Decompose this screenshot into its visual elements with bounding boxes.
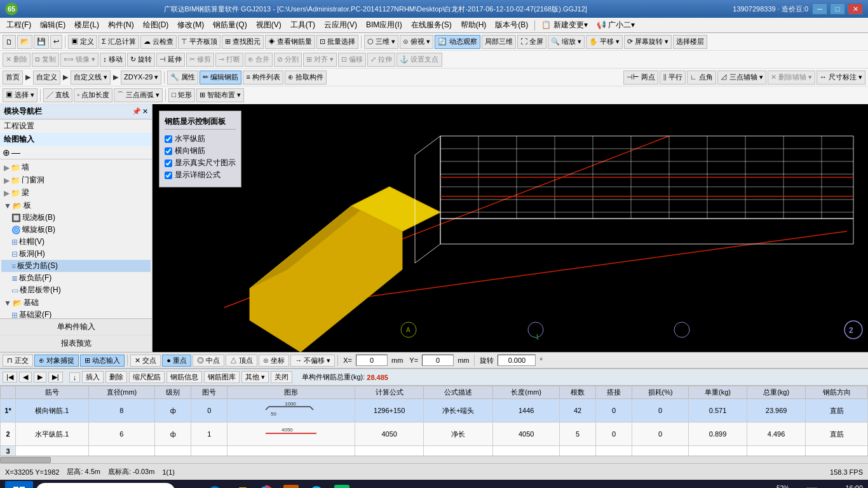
tree-item-jichuliangf[interactable]: ⊞ 基础梁(F): [1, 309, 151, 318]
tb-break[interactable]: ⊸ 打断: [215, 53, 243, 67]
taskbar-app-wechat[interactable]: 微: [330, 481, 353, 488]
checkbox-transverse-rebar-input[interactable]: [165, 147, 172, 155]
checkbox-horizontal-rebar[interactable]: 水平纵筋: [165, 133, 236, 144]
tb-align[interactable]: ⊞ 对齐 ▾: [303, 53, 337, 67]
maximize-button[interactable]: □: [830, 3, 845, 15]
tb-zoom[interactable]: 🔍 缩放 ▾: [548, 35, 585, 49]
checkbox-show-formula-input[interactable]: [165, 172, 172, 179]
tb-undo[interactable]: ↩: [50, 35, 62, 49]
rebar-btn-insert[interactable]: 插入: [82, 371, 104, 383]
tb-select-floor[interactable]: 选择楼层: [673, 35, 707, 49]
tb-point-length[interactable]: ◦ 点加长度: [74, 88, 112, 102]
rebar-row-1[interactable]: 1* 横向钢筋.1 8 ф 0 50 1000 1296+: [1, 399, 868, 423]
menu-banbenhao[interactable]: 版本号(B): [491, 18, 532, 32]
snap-coords[interactable]: ⊙ 坐标: [259, 355, 289, 367]
tb-custom-line[interactable]: 自定义线 ▾: [71, 71, 111, 85]
tb-3d[interactable]: ⬡ 三维 ▾: [364, 35, 398, 49]
menu-bianji[interactable]: 编辑(E): [36, 18, 69, 32]
tb-find[interactable]: ⊞ 查找图元: [222, 35, 264, 49]
tb-fullscreen[interactable]: ⛶ 全屏: [517, 35, 546, 49]
tb-two-point[interactable]: ⊣⊢ 两点: [623, 71, 658, 85]
start-button[interactable]: [5, 481, 33, 488]
tb-top-view[interactable]: ⊙ 俯视 ▾: [400, 35, 433, 49]
snap-object-capture[interactable]: ⊕ 对象捕捉: [34, 355, 79, 367]
sidebar-btn-single-input[interactable]: 单构件输入: [0, 319, 152, 336]
x-input[interactable]: [356, 355, 388, 366]
taskbar-app-ggj[interactable]: G: [280, 481, 302, 488]
sidebar-btn-report[interactable]: 报表预览: [0, 336, 152, 352]
tree-group-door-header[interactable]: ▶ 📁 门窗洞: [1, 174, 151, 186]
viewport-3d[interactable]: A 2 1 钢筋显示控制面板 水平纵筋 横向钢筋: [153, 104, 868, 352]
tree-item-zhuma[interactable]: ⊞ 柱帽(V): [1, 236, 151, 248]
sidebar-pin[interactable]: 📌: [132, 107, 141, 116]
rebar-btn-info[interactable]: 钢筋信息: [166, 371, 202, 383]
tb-property[interactable]: 🔧 属性: [167, 71, 198, 85]
rebar-nav-first[interactable]: |◀: [3, 372, 17, 383]
tb-size-mark[interactable]: ↔ 尺寸标注 ▾: [817, 71, 865, 85]
tb-rect[interactable]: □ 矩形: [168, 88, 195, 102]
rebar-nav-last[interactable]: ▶|: [48, 372, 63, 383]
scrollbar-thumb[interactable]: [0, 457, 51, 463]
tb-split[interactable]: ⊘ 分割: [274, 53, 302, 67]
tb-extend[interactable]: ⊣ 延伸: [156, 53, 185, 67]
tb-line[interactable]: ╱ 直线: [43, 88, 72, 102]
tb-parallel[interactable]: ∥ 平行: [660, 71, 686, 85]
menu-bimyingyong[interactable]: BIM应用(I): [362, 18, 406, 32]
tb-custom[interactable]: 自定义: [33, 71, 60, 85]
rotate-input[interactable]: [498, 355, 536, 366]
menu-gangjinliang[interactable]: 钢筋量(Q): [209, 18, 250, 32]
tb-move[interactable]: ↕ 移动: [100, 53, 126, 67]
tb-rotate[interactable]: ↻ 旋转: [127, 53, 155, 67]
rebar-btn-delete[interactable]: 删除: [105, 371, 127, 383]
tb-align-top[interactable]: ⊤ 平齐板顶: [178, 35, 220, 49]
tb-stretch[interactable]: ⤢ 拉伸: [367, 53, 395, 67]
close-button[interactable]: ✕: [848, 3, 863, 15]
rebar-btn-library[interactable]: 钢筋图库: [204, 371, 240, 383]
tb-offset[interactable]: ⊡ 偏移: [338, 53, 366, 67]
tb-delete[interactable]: ✕ 删除: [3, 53, 31, 67]
menu-xiugai[interactable]: 修改(M): [173, 18, 208, 32]
checkbox-horizontal-rebar-input[interactable]: [165, 135, 172, 143]
tb-del-axis[interactable]: ✕ 删除辅轴 ▾: [768, 71, 815, 85]
rebar-nav-prev[interactable]: ◀: [19, 372, 32, 383]
snap-no-offset[interactable]: → 不偏移 ▾: [290, 355, 335, 367]
sidebar-close-icon[interactable]: ✕: [142, 107, 148, 116]
tb-zdyx29[interactable]: ZDYX-29 ▾: [121, 71, 161, 85]
menu-gongcheng[interactable]: 工程(F): [3, 18, 35, 32]
tree-item-banfujin[interactable]: ≣ 板负筋(F): [1, 272, 151, 284]
tb-local-3d[interactable]: 局部三维: [482, 35, 516, 49]
tb-save[interactable]: 💾: [34, 35, 49, 49]
tree-group-slab-header[interactable]: ▼ 📂 板: [1, 200, 151, 212]
tb-open[interactable]: 📂: [17, 35, 32, 49]
tb-three-arc[interactable]: ⌒ 三点画弧 ▾: [114, 88, 163, 102]
tb-view-rebar[interactable]: ◈ 查看钢筋量: [265, 35, 315, 49]
tb-screen-rotate[interactable]: ⟳ 屏幕旋转 ▾: [624, 35, 672, 49]
tree-item-xianjiaob[interactable]: 🔲 现浇板(B): [1, 212, 151, 224]
menu-yunyingyong[interactable]: 云应用(V): [320, 18, 361, 32]
rebar-btn-close[interactable]: 关闭: [271, 371, 292, 383]
tb-cloud-check[interactable]: ☁ 云检查: [140, 35, 177, 49]
menu-guangxiaer[interactable]: 📢 广小二▾: [593, 18, 639, 32]
checkbox-show-real-size[interactable]: 显示真实尺寸图示: [165, 158, 236, 168]
nav-project-settings[interactable]: 工程设置: [0, 119, 152, 133]
tb-define[interactable]: ▣ 定义: [68, 35, 97, 49]
tb-merge[interactable]: ⊕ 合并: [245, 53, 273, 67]
rebar-row-2[interactable]: 2 水平纵筋.1 6 ф 1 4050 4050 净长 4050 5: [1, 423, 868, 446]
menu-louceng[interactable]: 楼层(L): [71, 18, 103, 32]
tree-item-banshoulijin[interactable]: ≡ 板受力筋(S): [1, 260, 151, 272]
snap-vertex[interactable]: △ 顶点: [226, 355, 257, 367]
snap-zhengiao[interactable]: ⊓ 正交: [3, 355, 33, 367]
rebar-row-3[interactable]: 3: [1, 446, 868, 456]
tb-mirror[interactable]: ⟺ 镜像 ▾: [60, 53, 98, 67]
menu-zaixianfuwu[interactable]: 在线服务(S): [407, 18, 456, 32]
tree-item-bandong[interactable]: ⊟ 板洞(H): [1, 248, 151, 260]
tb-copy[interactable]: ⧉ 复制: [32, 53, 59, 67]
rebar-btn-scale[interactable]: 缩尺配筋: [129, 371, 165, 383]
tree-item-luoxuanb[interactable]: 🌀 螺旋板(B): [1, 224, 151, 236]
minimize-button[interactable]: ─: [812, 3, 827, 15]
checkbox-show-formula[interactable]: 显示详细公式: [165, 170, 236, 180]
taskbar-app-task-view[interactable]: ⊞: [178, 481, 201, 488]
table-scrollbar[interactable]: [0, 456, 868, 463]
tb-batch-select[interactable]: ⊡ 批量选择: [316, 35, 358, 49]
taskbar-app-qq[interactable]: Q: [305, 481, 328, 488]
